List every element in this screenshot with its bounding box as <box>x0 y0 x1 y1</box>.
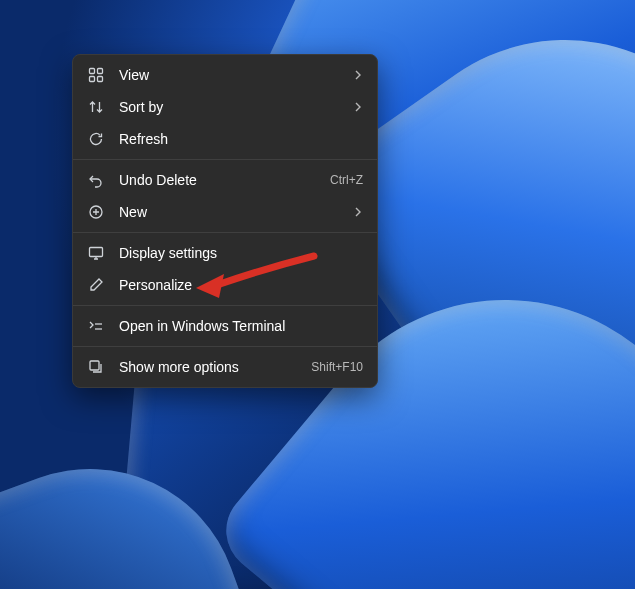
desktop-context-menu: View Sort by Refresh <box>72 54 378 388</box>
personalize-icon <box>87 276 105 294</box>
menu-separator <box>73 159 377 160</box>
menu-shortcut: Ctrl+Z <box>330 173 363 187</box>
new-icon <box>87 203 105 221</box>
menu-item-sort-by[interactable]: Sort by <box>73 91 377 123</box>
refresh-icon <box>87 130 105 148</box>
menu-item-display-settings[interactable]: Display settings <box>73 237 377 269</box>
svg-rect-0 <box>90 69 95 74</box>
menu-label: Refresh <box>119 131 363 147</box>
chevron-right-icon <box>353 207 363 217</box>
display-icon <box>87 244 105 262</box>
menu-item-show-more-options[interactable]: Show more options Shift+F10 <box>73 351 377 383</box>
chevron-right-icon <box>353 70 363 80</box>
menu-label: Sort by <box>119 99 343 115</box>
menu-label: Undo Delete <box>119 172 320 188</box>
sort-icon <box>87 98 105 116</box>
menu-separator <box>73 305 377 306</box>
menu-label: New <box>119 204 343 220</box>
menu-separator <box>73 346 377 347</box>
menu-label: Personalize <box>119 277 363 293</box>
menu-label: View <box>119 67 343 83</box>
menu-item-refresh[interactable]: Refresh <box>73 123 377 155</box>
svg-rect-6 <box>90 361 99 370</box>
menu-label: Show more options <box>119 359 301 375</box>
more-options-icon <box>87 358 105 376</box>
menu-item-new[interactable]: New <box>73 196 377 228</box>
chevron-right-icon <box>353 102 363 112</box>
svg-rect-2 <box>90 77 95 82</box>
svg-rect-3 <box>98 77 103 82</box>
menu-shortcut: Shift+F10 <box>311 360 363 374</box>
menu-item-open-terminal[interactable]: Open in Windows Terminal <box>73 310 377 342</box>
undo-icon <box>87 171 105 189</box>
view-icon <box>87 66 105 84</box>
svg-rect-1 <box>98 69 103 74</box>
menu-item-personalize[interactable]: Personalize <box>73 269 377 301</box>
menu-item-undo-delete[interactable]: Undo Delete Ctrl+Z <box>73 164 377 196</box>
terminal-icon <box>87 317 105 335</box>
svg-rect-5 <box>90 248 103 257</box>
menu-label: Open in Windows Terminal <box>119 318 363 334</box>
menu-label: Display settings <box>119 245 363 261</box>
menu-item-view[interactable]: View <box>73 59 377 91</box>
menu-separator <box>73 232 377 233</box>
